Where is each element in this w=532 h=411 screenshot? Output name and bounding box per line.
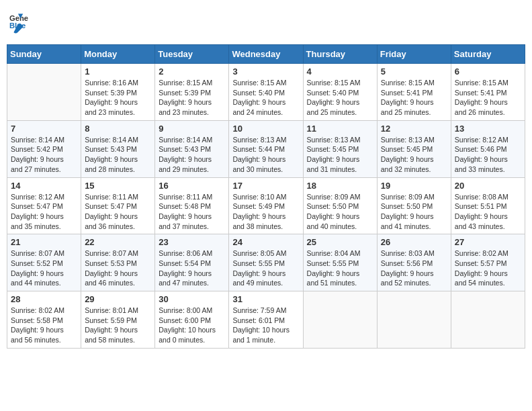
- day-number: 22: [85, 237, 151, 247]
- calendar-cell: 17Sunrise: 8:10 AMSunset: 5:49 PMDayligh…: [229, 177, 303, 234]
- calendar-cell: 10Sunrise: 8:13 AMSunset: 5:44 PMDayligh…: [229, 120, 303, 177]
- day-info: Sunrise: 8:15 AMSunset: 5:40 PMDaylight:…: [307, 78, 373, 118]
- calendar-cell: 31Sunrise: 7:59 AMSunset: 6:01 PMDayligh…: [229, 291, 303, 349]
- calendar-cell: 26Sunrise: 8:03 AMSunset: 5:56 PMDayligh…: [377, 234, 451, 291]
- day-number: 13: [455, 124, 521, 134]
- calendar-cell: 3Sunrise: 8:15 AMSunset: 5:40 PMDaylight…: [229, 64, 303, 121]
- day-info: Sunrise: 8:08 AMSunset: 5:51 PMDaylight:…: [455, 192, 521, 232]
- calendar-cell: 8Sunrise: 8:14 AMSunset: 5:43 PMDaylight…: [81, 120, 155, 177]
- calendar-cell: 19Sunrise: 8:09 AMSunset: 5:50 PMDayligh…: [377, 177, 451, 234]
- calendar-cell: 22Sunrise: 8:07 AMSunset: 5:53 PMDayligh…: [81, 234, 155, 291]
- day-number: 4: [307, 66, 373, 77]
- calendar-cell: 25Sunrise: 8:04 AMSunset: 5:55 PMDayligh…: [303, 234, 377, 291]
- day-info: Sunrise: 8:07 AMSunset: 5:53 PMDaylight:…: [85, 248, 151, 288]
- day-info: Sunrise: 8:10 AMSunset: 5:49 PMDaylight:…: [232, 192, 299, 232]
- day-number: 15: [85, 181, 151, 191]
- calendar-cell: [7, 64, 81, 121]
- calendar-cell: [377, 291, 451, 349]
- day-info: Sunrise: 8:07 AMSunset: 5:52 PMDaylight:…: [11, 248, 77, 288]
- day-info: Sunrise: 8:02 AMSunset: 5:57 PMDaylight:…: [455, 248, 521, 288]
- calendar-cell: 2Sunrise: 8:15 AMSunset: 5:39 PMDaylight…: [155, 64, 229, 121]
- day-info: Sunrise: 8:12 AMSunset: 5:47 PMDaylight:…: [11, 192, 77, 232]
- calendar-cell: 30Sunrise: 8:00 AMSunset: 6:00 PMDayligh…: [155, 291, 229, 349]
- day-number: 29: [85, 294, 151, 304]
- calendar-cell: 23Sunrise: 8:06 AMSunset: 5:54 PMDayligh…: [155, 234, 229, 291]
- calendar-cell: 21Sunrise: 8:07 AMSunset: 5:52 PMDayligh…: [7, 234, 81, 291]
- day-of-week-header: Sunday: [7, 45, 81, 64]
- day-info: Sunrise: 8:14 AMSunset: 5:42 PMDaylight:…: [11, 135, 77, 175]
- day-number: 25: [307, 237, 373, 247]
- day-number: 27: [455, 237, 521, 247]
- day-number: 16: [159, 181, 225, 191]
- day-number: 31: [232, 294, 299, 304]
- calendar-header-row: SundayMondayTuesdayWednesdayThursdayFrid…: [7, 45, 525, 64]
- day-info: Sunrise: 8:12 AMSunset: 5:46 PMDaylight:…: [455, 135, 521, 175]
- day-number: 10: [232, 124, 299, 134]
- calendar-cell: 14Sunrise: 8:12 AMSunset: 5:47 PMDayligh…: [7, 177, 81, 234]
- calendar-week-row: 1Sunrise: 8:16 AMSunset: 5:39 PMDaylight…: [7, 64, 525, 121]
- day-info: Sunrise: 8:06 AMSunset: 5:54 PMDaylight:…: [159, 248, 225, 288]
- day-info: Sunrise: 8:00 AMSunset: 6:00 PMDaylight:…: [159, 306, 225, 345]
- day-info: Sunrise: 8:09 AMSunset: 5:50 PMDaylight:…: [307, 192, 373, 232]
- calendar-cell: 18Sunrise: 8:09 AMSunset: 5:50 PMDayligh…: [303, 177, 377, 234]
- day-number: 2: [159, 66, 225, 77]
- day-info: Sunrise: 8:11 AMSunset: 5:47 PMDaylight:…: [85, 192, 151, 232]
- day-number: 5: [381, 66, 447, 77]
- logo-wave-icon: [11, 21, 26, 36]
- day-of-week-header: Tuesday: [155, 45, 229, 64]
- calendar-cell: [451, 291, 525, 349]
- day-number: 30: [159, 294, 225, 304]
- day-number: 23: [159, 237, 225, 247]
- calendar-cell: 24Sunrise: 8:05 AMSunset: 5:55 PMDayligh…: [229, 234, 303, 291]
- day-info: Sunrise: 8:14 AMSunset: 5:43 PMDaylight:…: [85, 135, 151, 175]
- day-number: 21: [11, 237, 77, 247]
- day-info: Sunrise: 8:14 AMSunset: 5:43 PMDaylight:…: [159, 135, 225, 175]
- day-number: 14: [11, 181, 77, 191]
- calendar-week-row: 21Sunrise: 8:07 AMSunset: 5:52 PMDayligh…: [7, 234, 525, 291]
- day-info: Sunrise: 8:09 AMSunset: 5:50 PMDaylight:…: [381, 192, 447, 232]
- calendar-cell: 27Sunrise: 8:02 AMSunset: 5:57 PMDayligh…: [451, 234, 525, 291]
- day-info: Sunrise: 8:04 AMSunset: 5:55 PMDaylight:…: [307, 248, 373, 288]
- page-header: General Blue: [7, 7, 525, 40]
- day-number: 7: [11, 124, 77, 134]
- day-of-week-header: Saturday: [451, 45, 525, 64]
- calendar-cell: 5Sunrise: 8:15 AMSunset: 5:41 PMDaylight…: [377, 64, 451, 121]
- day-info: Sunrise: 8:15 AMSunset: 5:39 PMDaylight:…: [159, 78, 225, 118]
- day-info: Sunrise: 8:02 AMSunset: 5:58 PMDaylight:…: [11, 306, 77, 345]
- day-number: 24: [232, 237, 299, 247]
- day-info: Sunrise: 8:13 AMSunset: 5:45 PMDaylight:…: [381, 135, 447, 175]
- day-number: 17: [232, 181, 299, 191]
- day-number: 8: [85, 124, 151, 134]
- day-info: Sunrise: 8:15 AMSunset: 5:40 PMDaylight:…: [232, 78, 299, 118]
- calendar-cell: [303, 291, 377, 349]
- calendar-week-row: 28Sunrise: 8:02 AMSunset: 5:58 PMDayligh…: [7, 291, 525, 349]
- calendar-cell: 28Sunrise: 8:02 AMSunset: 5:58 PMDayligh…: [7, 291, 81, 349]
- day-info: Sunrise: 8:13 AMSunset: 5:44 PMDaylight:…: [232, 135, 299, 175]
- calendar-cell: 4Sunrise: 8:15 AMSunset: 5:40 PMDaylight…: [303, 64, 377, 121]
- calendar-cell: 9Sunrise: 8:14 AMSunset: 5:43 PMDaylight…: [155, 120, 229, 177]
- day-number: 1: [85, 66, 151, 77]
- day-info: Sunrise: 8:13 AMSunset: 5:45 PMDaylight:…: [307, 135, 373, 175]
- day-number: 12: [381, 124, 447, 134]
- calendar-cell: 20Sunrise: 8:08 AMSunset: 5:51 PMDayligh…: [451, 177, 525, 234]
- day-info: Sunrise: 8:16 AMSunset: 5:39 PMDaylight:…: [85, 78, 151, 118]
- calendar-cell: 1Sunrise: 8:16 AMSunset: 5:39 PMDaylight…: [81, 64, 155, 121]
- calendar-cell: 7Sunrise: 8:14 AMSunset: 5:42 PMDaylight…: [7, 120, 81, 177]
- day-number: 20: [455, 181, 521, 191]
- calendar-cell: 13Sunrise: 8:12 AMSunset: 5:46 PMDayligh…: [451, 120, 525, 177]
- day-number: 26: [381, 237, 447, 247]
- logo: General Blue: [9, 11, 28, 36]
- calendar-table: SundayMondayTuesdayWednesdayThursdayFrid…: [7, 44, 525, 349]
- day-number: 3: [232, 66, 299, 77]
- calendar-week-row: 14Sunrise: 8:12 AMSunset: 5:47 PMDayligh…: [7, 177, 525, 234]
- day-of-week-header: Thursday: [303, 45, 377, 64]
- day-of-week-header: Monday: [81, 45, 155, 64]
- calendar-cell: 12Sunrise: 8:13 AMSunset: 5:45 PMDayligh…: [377, 120, 451, 177]
- calendar-cell: 29Sunrise: 8:01 AMSunset: 5:59 PMDayligh…: [81, 291, 155, 349]
- day-of-week-header: Wednesday: [229, 45, 303, 64]
- day-number: 11: [307, 124, 373, 134]
- calendar-cell: 11Sunrise: 8:13 AMSunset: 5:45 PMDayligh…: [303, 120, 377, 177]
- day-info: Sunrise: 8:03 AMSunset: 5:56 PMDaylight:…: [381, 248, 447, 288]
- day-info: Sunrise: 8:01 AMSunset: 5:59 PMDaylight:…: [85, 306, 151, 345]
- calendar-week-row: 7Sunrise: 8:14 AMSunset: 5:42 PMDaylight…: [7, 120, 525, 177]
